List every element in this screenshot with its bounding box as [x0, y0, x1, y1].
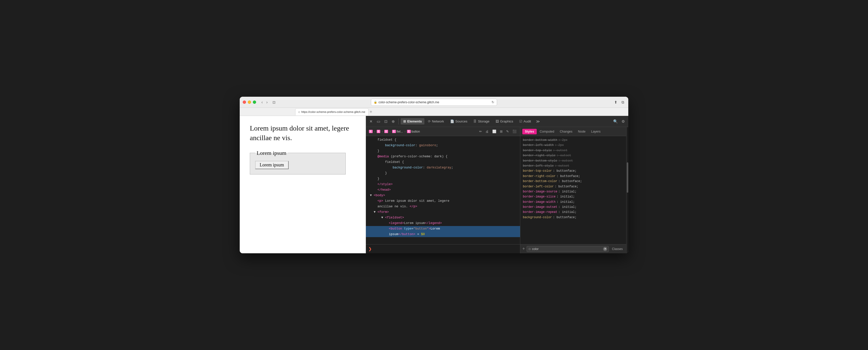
- lock-icon: 🔒: [374, 100, 377, 104]
- tree-line[interactable]: ancillae ne vis. </p>: [366, 204, 520, 209]
- minimize-button[interactable]: [248, 100, 251, 104]
- breadcrumb-item-3[interactable]: E: [383, 129, 389, 134]
- tree-line[interactable]: background-color: darkslategray;: [366, 165, 520, 171]
- tab-layers[interactable]: Layers: [588, 129, 603, 134]
- tab-changes[interactable]: Changes: [557, 129, 575, 134]
- devtools-panel: ✕ ▭ ⊡ ⊕ ⊞ Elements ⟳ Network 📄 Sources: [366, 116, 628, 253]
- devtools-dock-button[interactable]: ▭: [375, 118, 382, 125]
- close-button[interactable]: [243, 100, 246, 104]
- breadcrumb-inspect-icon[interactable]: 🖨: [484, 128, 490, 134]
- filter-add-button[interactable]: +: [522, 246, 525, 252]
- tree-line[interactable]: fieldset {: [366, 159, 520, 165]
- prop-name-border-left-width: border-left-width: [523, 143, 554, 148]
- browser-tab[interactable]: c https://color-scheme-prefers-color-sch…: [295, 108, 369, 115]
- elements-panel: E › E › E › E fiel...: [366, 127, 520, 253]
- tree-line[interactable]: ▼ <form>: [366, 209, 520, 215]
- breadcrumb-sep-4: ›: [404, 130, 405, 133]
- breadcrumb-item-2[interactable]: E: [376, 129, 381, 134]
- styles-filter-bar: + ⊙ ✕ Classes: [520, 244, 626, 253]
- breadcrumb-tag-1: E: [369, 130, 373, 133]
- tab-audit[interactable]: ☑ Audit: [517, 118, 534, 124]
- tree-line[interactable]: @media (prefers-color-scheme: dark) {: [366, 154, 520, 159]
- prop-val-border-left-width: : 2px: [555, 143, 564, 148]
- prop-name-border-top-style: border-top-style: [523, 148, 552, 153]
- devtools-target-button[interactable]: ⊕: [390, 118, 396, 125]
- tree-line[interactable]: ▼ <body>: [366, 193, 520, 198]
- new-tab-button[interactable]: +: [370, 110, 372, 114]
- share-button[interactable]: ⬆: [613, 99, 618, 105]
- tree-line[interactable]: fieldset {: [366, 137, 520, 143]
- tree-line[interactable]: </style>: [366, 181, 520, 187]
- demo-button[interactable]: Lorem ipsum: [255, 161, 289, 169]
- maximize-button[interactable]: [253, 100, 256, 104]
- tab-sources[interactable]: 📄 Sources: [447, 118, 470, 124]
- devtools-search-button[interactable]: 🔍: [612, 118, 619, 125]
- style-prop: border-right-style : outset: [523, 153, 624, 158]
- more-tabs-button[interactable]: ≫: [534, 118, 541, 125]
- tab-network[interactable]: ⟳ Network: [426, 118, 446, 124]
- style-prop: border-image-repeat : initial;: [523, 210, 624, 215]
- elements-tree[interactable]: fieldset { background-color: gainsboro; …: [366, 136, 520, 244]
- style-prop: border-bottom-style : outset: [523, 158, 624, 164]
- fieldset-legend: Lorem ipsum: [255, 150, 288, 156]
- breadcrumb-edit-icon[interactable]: ✎: [505, 128, 510, 134]
- filter-clear-button[interactable]: ✕: [603, 247, 607, 251]
- breadcrumb-sep-2: ›: [382, 130, 383, 133]
- prop-name-border-image-source: border-image-source: [523, 189, 557, 194]
- storage-tab-icon: 🗄: [473, 119, 477, 123]
- title-bar-right: ⬆ ⧉: [613, 99, 625, 105]
- devtools-close-button[interactable]: ✕: [368, 118, 374, 125]
- tab-favicon: c: [299, 111, 300, 113]
- tab-elements[interactable]: ⊞ Elements: [401, 118, 425, 124]
- breadcrumb-tag-2: E: [377, 130, 380, 133]
- console-input[interactable]: [374, 247, 518, 251]
- breadcrumb-grid-icon[interactable]: ⊞: [498, 128, 504, 134]
- tree-line[interactable]: }: [366, 176, 520, 181]
- tree-line-selected[interactable]: <button type="button">Lorem: [366, 226, 520, 232]
- style-prop: border-left-style : outset: [523, 164, 624, 169]
- classes-button[interactable]: Classes: [610, 247, 624, 251]
- tree-line[interactable]: <legend>Lorem ipsum</legend>: [366, 221, 520, 226]
- breadcrumb-item-1[interactable]: E: [368, 129, 374, 134]
- breadcrumb-label-5: button: [411, 130, 420, 133]
- devtools-undock-button[interactable]: ⊡: [383, 118, 389, 125]
- filter-input[interactable]: [532, 247, 602, 251]
- filter-search-icon: ⊙: [528, 247, 531, 251]
- new-window-button[interactable]: ⧉: [620, 99, 625, 105]
- tab-storage[interactable]: 🗄 Storage: [471, 118, 492, 124]
- tree-line[interactable]: </head>: [366, 187, 520, 193]
- forward-button[interactable]: ›: [265, 99, 269, 105]
- scrollbar[interactable]: [626, 127, 628, 253]
- breadcrumb-item-4[interactable]: E fiel...: [391, 129, 404, 134]
- style-prop: border-right-color : buttonface;: [523, 174, 624, 179]
- prop-val-border-top-color: : buttonface;: [553, 169, 577, 174]
- filter-input-wrap: ⊙ ✕: [527, 246, 609, 252]
- devtools-toolbar: ✕ ▭ ⊡ ⊕ ⊞ Elements ⟳ Network 📄 Sources: [366, 116, 628, 127]
- devtools-settings-button[interactable]: ⚙: [620, 118, 626, 125]
- prop-val-border-bottom-style: : outset: [558, 158, 573, 164]
- back-button[interactable]: ‹: [260, 99, 264, 105]
- tree-line[interactable]: }: [366, 171, 520, 176]
- prop-val-border-right-style: : outset: [557, 153, 571, 158]
- tree-line[interactable]: ▼ <fieldset>: [366, 215, 520, 221]
- breadcrumb-square-icon[interactable]: ⬜: [491, 128, 498, 134]
- tree-line-selected-2[interactable]: ipsum</button> = $0: [366, 232, 520, 237]
- sidebar-toggle-button[interactable]: ⊡: [271, 100, 277, 105]
- prop-name-border-left-color: border-left-color: [523, 184, 554, 189]
- tab-node[interactable]: Node: [576, 129, 588, 134]
- prop-val-border-image-source: : initial;: [558, 189, 577, 194]
- scrollbar-thumb[interactable]: [627, 163, 628, 193]
- breadcrumb-item-5[interactable]: E button: [406, 129, 421, 134]
- reload-button[interactable]: ↻: [492, 100, 494, 104]
- tab-graphics[interactable]: 🖼 Graphics: [493, 118, 516, 124]
- tree-line[interactable]: }: [366, 148, 520, 154]
- style-prop: border-left-color : buttonface;: [523, 184, 624, 189]
- tab-styles[interactable]: Styles: [522, 129, 537, 134]
- breadcrumb-close-red-icon[interactable]: ⬛: [511, 128, 518, 134]
- tree-line[interactable]: background-color: gainsboro;: [366, 143, 520, 148]
- tree-line[interactable]: <p> Lorem ipsum dolor sit amet, legere: [366, 198, 520, 204]
- breadcrumb-pencil-icon[interactable]: ✏: [478, 128, 484, 134]
- tab-computed[interactable]: Computed: [537, 129, 557, 134]
- style-prop: border-image-source : initial;: [523, 189, 624, 194]
- address-bar[interactable]: 🔒 color-scheme-prefers-color-scheme.glit…: [371, 99, 497, 106]
